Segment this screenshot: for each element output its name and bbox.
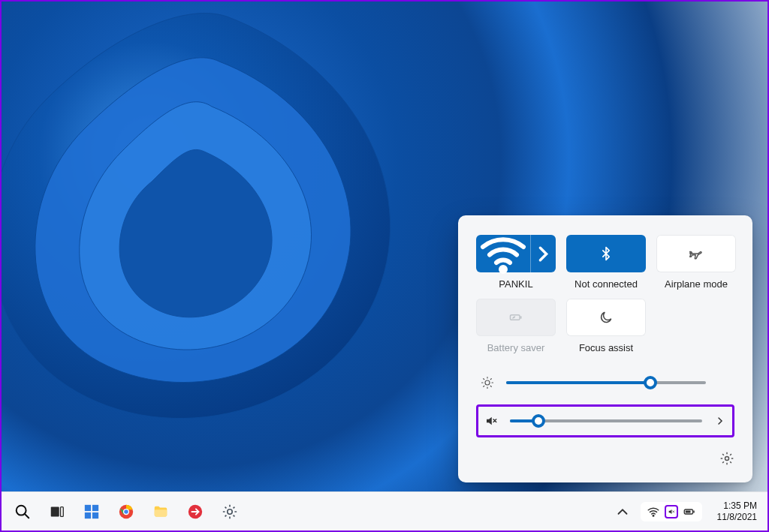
moon-icon <box>599 310 614 325</box>
svg-point-18 <box>653 515 654 516</box>
bluetooth-icon <box>599 246 614 261</box>
svg-rect-8 <box>85 504 91 510</box>
taskbar-left <box>8 501 240 522</box>
system-tray[interactable] <box>641 502 702 521</box>
gear-icon <box>222 503 238 520</box>
chevron-right-icon <box>714 415 726 427</box>
battery-saver-label: Battery saver <box>487 342 545 353</box>
volume-muted-icon <box>484 414 498 428</box>
pinned-app-button[interactable] <box>185 501 206 522</box>
svg-rect-20 <box>693 510 695 512</box>
flyout-footer <box>476 451 734 469</box>
svg-rect-10 <box>85 512 91 518</box>
taskbar-right: 1:35 PM 11/8/2021 <box>612 500 761 523</box>
clock-time: 1:35 PM <box>717 500 757 512</box>
battery-saver-button <box>476 299 556 336</box>
chevron-up-icon <box>614 503 631 520</box>
svg-point-0 <box>501 267 505 272</box>
svg-rect-15 <box>155 509 167 516</box>
svg-rect-2 <box>520 316 522 318</box>
widgets-icon <box>83 503 100 520</box>
gear-icon <box>719 451 734 466</box>
airplane-label: Airplane mode <box>665 278 728 290</box>
bluetooth-label: Not connected <box>574 278 638 290</box>
svg-rect-7 <box>61 506 64 516</box>
settings-button[interactable] <box>719 451 734 469</box>
focus-assist-label: Focus assist <box>579 342 633 353</box>
tray-battery-icon <box>683 505 696 518</box>
svg-rect-21 <box>685 510 690 512</box>
tray-volume-icon <box>665 505 678 518</box>
wallpaper-bloom <box>0 0 497 512</box>
task-view-icon <box>49 503 65 520</box>
wifi-icon <box>476 227 530 281</box>
volume-output-button[interactable] <box>713 415 728 427</box>
wifi-expand-button[interactable] <box>530 235 556 272</box>
focus-assist-button[interactable] <box>566 299 646 336</box>
red-app-icon <box>187 503 204 520</box>
bluetooth-tile: Not connected <box>566 235 646 290</box>
wifi-button[interactable] <box>476 235 556 272</box>
svg-point-17 <box>228 509 232 513</box>
chrome-icon <box>118 503 134 520</box>
file-explorer-button[interactable] <box>150 501 171 522</box>
svg-rect-11 <box>92 512 98 518</box>
wifi-tile: PANKIL <box>476 235 556 290</box>
search-button[interactable] <box>12 501 33 522</box>
settings-app-button[interactable] <box>219 501 240 522</box>
task-view-button[interactable] <box>47 501 68 522</box>
tray-overflow-button[interactable] <box>612 501 633 522</box>
svg-rect-6 <box>51 506 59 516</box>
svg-point-14 <box>124 509 128 514</box>
chrome-button[interactable] <box>116 501 137 522</box>
airplane-tile: Airplane mode <box>656 235 736 290</box>
folder-icon <box>152 503 169 520</box>
tray-wifi-icon <box>647 505 660 518</box>
volume-slider[interactable] <box>510 419 702 422</box>
focus-assist-tile: Focus assist <box>566 299 646 353</box>
chevron-right-icon <box>531 242 556 266</box>
taskbar-clock[interactable]: 1:35 PM 11/8/2021 <box>717 500 757 523</box>
battery-saver-tile: Battery saver <box>476 299 556 353</box>
airplane-icon <box>689 246 704 261</box>
bluetooth-button[interactable] <box>566 235 646 272</box>
taskbar: 1:35 PM 11/8/2021 <box>2 491 767 530</box>
volume-slider-row <box>476 404 734 437</box>
brightness-slider-row <box>476 371 734 394</box>
quick-settings-flyout: PANKIL Not connected Airplane mode <box>458 215 752 482</box>
svg-rect-9 <box>92 504 98 510</box>
volume-slider-thumb[interactable] <box>532 414 545 428</box>
airplane-button[interactable] <box>656 235 736 272</box>
brightness-slider[interactable] <box>506 381 706 384</box>
clock-date: 11/8/2021 <box>717 512 757 523</box>
search-icon <box>14 503 31 520</box>
brightness-slider-thumb[interactable] <box>644 376 657 389</box>
quick-settings-grid: PANKIL Not connected Airplane mode <box>476 235 734 353</box>
svg-point-4 <box>725 457 729 461</box>
battery-saver-icon <box>508 310 523 325</box>
svg-point-3 <box>485 380 490 385</box>
wifi-label: PANKIL <box>499 278 532 290</box>
brightness-icon <box>481 376 494 389</box>
widgets-button[interactable] <box>81 501 102 522</box>
